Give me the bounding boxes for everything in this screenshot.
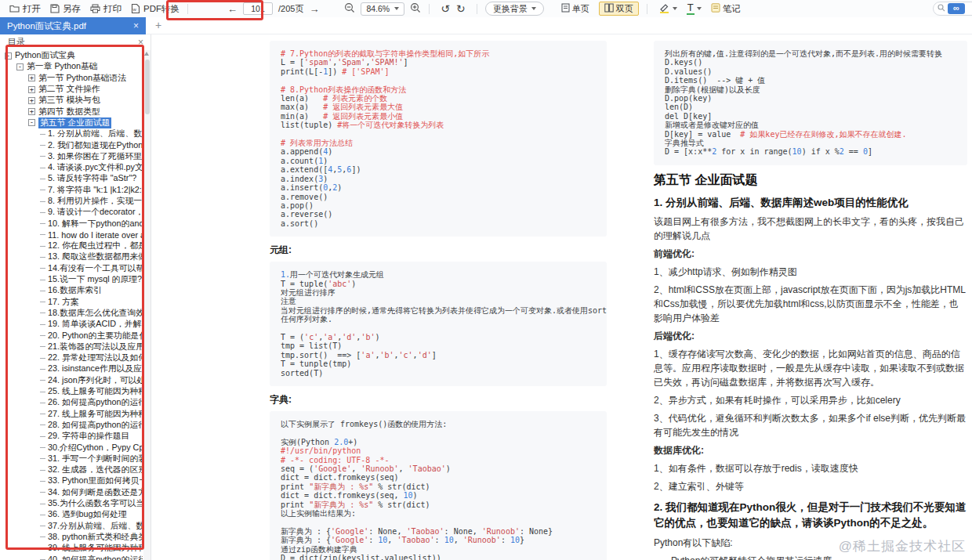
toc-item-label: 第二节 文件操作 [38,84,100,95]
note-button[interactable]: 笔记 [711,3,741,15]
highlighter-button[interactable] [658,2,677,15]
infinity-logo-icon[interactable]: ∞ [948,3,965,14]
toc-item[interactable]: 11. how do I iterate over a s [0,229,143,240]
toc-item[interactable]: -第一章 Python基础 [0,61,143,72]
new-tab-button[interactable]: + [155,19,161,31]
toc-item[interactable]: 40. 如何提高python的运行效 [0,554,143,560]
toc-item[interactable]: 36. 遇到bug如何处理 [0,509,143,520]
double-page-button[interactable]: 双页 [599,2,639,16]
sidebar-scrollbar[interactable] [143,50,151,560]
search-box[interactable]: ∞ [933,2,972,16]
next-page-button[interactable]: → [309,4,319,14]
tree-connector [40,380,45,381]
rotate-right-button[interactable]: ↻ [456,3,466,14]
zoom-level-value: 84.6% [366,4,390,13]
toc-item[interactable]: 15.说一下 mysql 的原理? [0,274,143,285]
text-tool-button[interactable]: T [687,2,702,15]
code-block: 列出所有的键,值.注意得到的是一个可迭代对象,而不是列表.用的时候需要转换 D.… [654,41,967,165]
toc-item[interactable]: 37.分别从前端、后端、数据库 [0,520,143,531]
toc-item[interactable]: 8. 利用切片操作，实现一个trim [0,196,143,207]
expand-toggle-icon[interactable]: + [28,74,35,81]
toc-item[interactable]: 30.介绍Cython，Pypy Cpytho [0,442,143,453]
change-background-button[interactable]: 更换背景 [485,2,544,16]
toc-item[interactable]: 39. 线上服务可能因为种种原因 [0,543,143,554]
scrollbar-thumb[interactable] [145,60,150,114]
toc-item[interactable]: 7. 将字符串 "k:1 |k1:2|k2:3|k3 [0,185,143,196]
toc-item[interactable]: 21.装饰器的写法以及应用场景 [0,341,143,352]
expand-toggle-icon[interactable]: + [28,86,35,93]
expand-toggle-icon[interactable]: + [28,108,35,115]
pdf-convert-button[interactable]: w PDF转换 [131,3,180,15]
toc-item[interactable]: 23. isinstance作用以及应用场 [0,363,143,374]
toc-item[interactable]: 1. 分别从前端、后端、数据库阐 [0,128,143,139]
toc-item[interactable]: 16.数据库索引 [0,285,143,296]
save-as-button[interactable]: 另存 [50,3,81,15]
toc-item[interactable]: 29. 字符串的操作题目 [0,431,143,442]
toc-item[interactable]: 9. 请设计一个decorator，它可 [0,207,143,218]
search-icon [938,4,945,13]
toc-item[interactable]: 2. 我们都知道现在Python很火 [0,139,143,150]
toc-item-label: 22. 异常处理写法以及如何主动 [48,352,143,363]
rotate-left-button[interactable]: ↺ [441,3,450,14]
toc-item[interactable]: +第二节 文件操作 [0,84,143,95]
zoom-out-button[interactable] [344,2,355,15]
toc-item[interactable]: 3. 如果你困在了死循环里，怎么 [0,151,143,162]
toc-item[interactable]: 26. 如何提高python的运行效率 [0,397,143,408]
tab-close-icon[interactable]: × [133,20,139,31]
toc-item[interactable]: -Python面试宝典 [0,50,143,61]
toc-item-label: 4. 请谈谈.pyc文件和.py文件的 [48,162,143,173]
toc-item[interactable]: 24. json序列化时，可以处理的 [0,375,143,386]
tree-connector [40,492,45,493]
toc-item[interactable]: 5. 请反转字符串 "aStr"? [0,173,143,184]
toc-item[interactable]: 19. 简单谈谈ACID，并解释每 [0,319,143,330]
toc-close-icon[interactable]: × [138,37,143,48]
toc-item[interactable]: 13. 爬取这些数据都用来做什么 [0,251,143,262]
toc-item[interactable]: +第四节 数据类型 [0,106,143,117]
toc-item[interactable]: 22. 异常处理写法以及如何主动 [0,352,143,363]
toc-item-label: 11. how do I iterate over a s [48,230,143,240]
collapse-toggle-icon[interactable]: - [28,119,35,126]
toc-item[interactable]: +第一节 Python基础语法 [0,73,143,84]
tree-connector [40,257,45,258]
toc-item[interactable]: 35.为什么函数名字可以当做参 [0,498,143,509]
single-page-button[interactable]: 单页 [557,2,594,16]
expand-toggle-icon[interactable]: + [28,97,35,104]
toc-item[interactable]: 34. 如何判断是函数还是方法? [0,487,143,498]
toc-item[interactable]: 33. Python里面如何拷贝一个对 [0,475,143,486]
toc-item-label: 35.为什么函数名字可以当做参 [48,498,143,509]
toc-item[interactable]: 10. 解释一下python的and-or [0,218,143,229]
chevron-down-icon [697,7,702,10]
toc-item[interactable]: 38. python新式类和经典类的区 [0,532,143,543]
toc-item-label: 37.分别从前端、后端、数据库 [48,521,143,532]
tree-connector [40,470,45,471]
toc-item[interactable]: 20. Python的主要功能是什么? [0,330,143,341]
collapse-toggle-icon[interactable]: - [16,63,24,70]
toc-item[interactable]: 31. 手写一个判断时间的装饰器 [0,453,143,464]
toc-item-label: 24. json序列化时，可以处理的 [48,375,143,386]
toc-item[interactable]: 25. 线上服务可能因为种种原因 [0,386,143,397]
toc-item[interactable]: -第五节 企业面试题 [0,117,143,128]
tree-connector [40,504,45,504]
toc-item[interactable]: 32. 生成器，迭代器的区别? [0,464,143,475]
toc-item[interactable]: 4. 请谈谈.pyc文件和.py文件的 [0,162,143,173]
toc-item[interactable]: 12. 你在爬虫过程中，都是怎么 [0,240,143,251]
document-tab[interactable]: Python面试宝典.pdf × [0,17,146,34]
paragraph: 3、代码优化，避免循环和判断次数太多，如果多个if else判断，优先判断最有可… [654,411,967,439]
print-button[interactable]: 打印 [90,3,121,15]
zoom-in-button[interactable] [410,2,421,15]
toc-item[interactable]: 17. 方案 [0,297,143,308]
toc-item[interactable]: 14.有没有一个工具可以帮助查 [0,263,143,274]
page-number-input[interactable] [243,2,273,15]
toc-item-label: 第一章 Python基础 [27,61,98,72]
zoom-level-select[interactable]: 84.6% [361,2,404,16]
collapse-toggle-icon[interactable]: - [5,52,12,60]
scroll-up-icon[interactable] [144,52,149,56]
toc-item-label: 31. 手写一个判断时间的装饰器 [48,453,143,464]
toc-item[interactable]: 28. 如何提高python的运行效率 [0,420,143,431]
open-button[interactable]: 打开 [9,3,41,15]
prev-page-button[interactable]: ← [227,4,238,14]
toc-item[interactable]: 27. 线上服务可能因为种种原因 [0,409,143,420]
toc-item[interactable]: +第三节 模块与包 [0,95,143,106]
tree-connector [40,223,45,224]
toc-item[interactable]: 18.数据库怎么优化查询效率? [0,308,143,319]
